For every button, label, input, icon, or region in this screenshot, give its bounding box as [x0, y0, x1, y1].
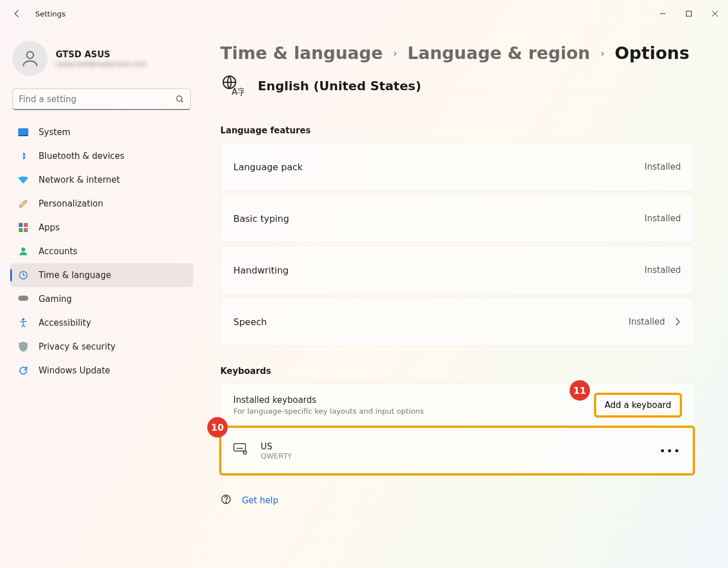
svg-point-4: [27, 52, 34, 58]
nav-label: Accessibility: [39, 318, 91, 328]
nav-apps[interactable]: Apps: [10, 216, 193, 239]
user-email: redacted@redacted.com: [56, 60, 147, 68]
keyboards-header: Installed keyboards For language-specifi…: [220, 383, 694, 427]
keyboard-layout: QWERTY: [261, 452, 292, 460]
feature-language-pack[interactable]: Language pack Installed: [220, 142, 694, 191]
svg-point-27: [225, 502, 226, 502]
breadcrumb: Time & language › Language & region › Op…: [220, 43, 694, 63]
get-help-label: Get help: [242, 495, 278, 506]
feature-status: Installed: [645, 162, 681, 172]
feature-label: Speech: [233, 317, 267, 327]
feature-handwriting[interactable]: Handwriting Installed: [220, 246, 694, 294]
installed-keyboards-title: Installed keyboards: [233, 395, 424, 405]
feature-label: Basic typing: [233, 213, 289, 224]
section-language-features: Language features: [220, 125, 694, 136]
nav-label: Time & language: [39, 270, 111, 280]
nav-list: System Bluetooth & devices Network & int…: [10, 120, 193, 382]
annotation-callout-10: 10: [207, 417, 228, 437]
maximize-button[interactable]: [676, 5, 702, 23]
user-name: GTSD ASUS: [56, 49, 147, 60]
language-icon: A字: [220, 73, 245, 98]
language-name: English (United States): [258, 79, 421, 93]
app-title: Settings: [35, 10, 65, 18]
nav-label: Windows Update: [39, 365, 110, 376]
chevron-right-icon: ›: [393, 47, 397, 59]
wifi-icon: [18, 175, 28, 185]
feature-label: Handwriting: [233, 265, 288, 276]
chevron-right-icon: ›: [600, 47, 604, 59]
avatar: [12, 41, 48, 76]
feature-status: Installed: [645, 265, 681, 275]
nav-label: Bluetooth & devices: [39, 151, 124, 161]
nav-bluetooth[interactable]: Bluetooth & devices: [10, 144, 193, 168]
person-icon: [20, 48, 40, 69]
nav-accounts[interactable]: Accounts: [10, 239, 193, 263]
breadcrumb-language-region[interactable]: Language & region: [408, 43, 591, 63]
nav-label: Network & internet: [39, 175, 120, 185]
search-box[interactable]: [12, 89, 191, 110]
nav-label: Gaming: [39, 294, 72, 304]
breadcrumb-time-language[interactable]: Time & language: [220, 43, 383, 63]
search-icon: [175, 95, 185, 104]
chevron-right-icon: [674, 317, 681, 326]
keyboard-icon: [233, 443, 249, 458]
svg-rect-8: [18, 135, 28, 136]
help-icon: [220, 494, 232, 507]
main-content: Time & language › Language & region › Op…: [204, 27, 728, 568]
nav-label: Privacy & security: [39, 342, 115, 352]
nav-network[interactable]: Network & internet: [10, 168, 193, 192]
globe-clock-icon: [18, 270, 28, 280]
back-button[interactable]: [10, 7, 24, 20]
close-button[interactable]: [702, 5, 728, 23]
language-header: A字 English (United States): [220, 73, 694, 98]
search-input[interactable]: [19, 94, 175, 104]
nav-accessibility[interactable]: Accessibility: [10, 311, 193, 335]
breadcrumb-current: Options: [615, 43, 689, 63]
get-help-link[interactable]: Get help: [220, 494, 694, 507]
nav-label: System: [39, 127, 70, 137]
svg-text:A字: A字: [232, 87, 244, 97]
keyboard-more-button[interactable]: •••: [659, 445, 681, 457]
svg-rect-12: [24, 228, 28, 232]
feature-speech[interactable]: Speech Installed: [220, 297, 694, 346]
feature-label: Language pack: [233, 162, 303, 172]
nav-label: Personalization: [39, 199, 103, 209]
minimize-button[interactable]: [650, 5, 676, 23]
svg-rect-10: [24, 223, 28, 227]
nav-time-language[interactable]: Time & language: [10, 263, 193, 287]
svg-point-5: [177, 96, 182, 101]
window-controls: [650, 5, 728, 23]
system-icon: [18, 127, 28, 137]
arrow-left-icon: [12, 9, 22, 19]
titlebar: Settings: [0, 0, 728, 27]
svg-rect-7: [18, 128, 28, 135]
add-keyboard-button[interactable]: Add a keyboard: [595, 394, 681, 416]
nav-privacy[interactable]: Privacy & security: [10, 335, 193, 359]
svg-point-25: [244, 451, 247, 455]
feature-status: Installed: [629, 317, 665, 327]
brush-icon: [18, 199, 28, 209]
nav-windows-update[interactable]: Windows Update: [10, 359, 193, 382]
user-profile[interactable]: GTSD ASUS redacted@redacted.com: [10, 39, 193, 86]
nav-system[interactable]: System: [10, 120, 193, 144]
sidebar: GTSD ASUS redacted@redacted.com System B…: [0, 27, 204, 568]
installed-keyboards-subtitle: For language-specific key layouts and in…: [233, 407, 424, 415]
svg-rect-9: [19, 223, 23, 227]
nav-label: Accounts: [39, 246, 77, 256]
nav-personalization[interactable]: Personalization: [10, 192, 193, 216]
keyboard-name: US: [261, 441, 292, 452]
bluetooth-icon: [18, 151, 28, 161]
svg-point-13: [22, 247, 26, 251]
svg-line-6: [181, 100, 183, 102]
section-keyboards: Keyboards: [220, 366, 694, 376]
update-icon: [18, 365, 28, 376]
nav-gaming[interactable]: Gaming: [10, 287, 193, 311]
svg-point-16: [23, 319, 24, 321]
svg-rect-1: [687, 11, 692, 16]
annotation-callout-11: 11: [570, 380, 590, 401]
keyboard-item[interactable]: US QWERTY •••: [220, 427, 694, 474]
feature-basic-typing[interactable]: Basic typing Installed: [220, 194, 694, 243]
shield-icon: [18, 342, 28, 352]
apps-icon: [18, 222, 28, 233]
accessibility-icon: [18, 318, 28, 328]
